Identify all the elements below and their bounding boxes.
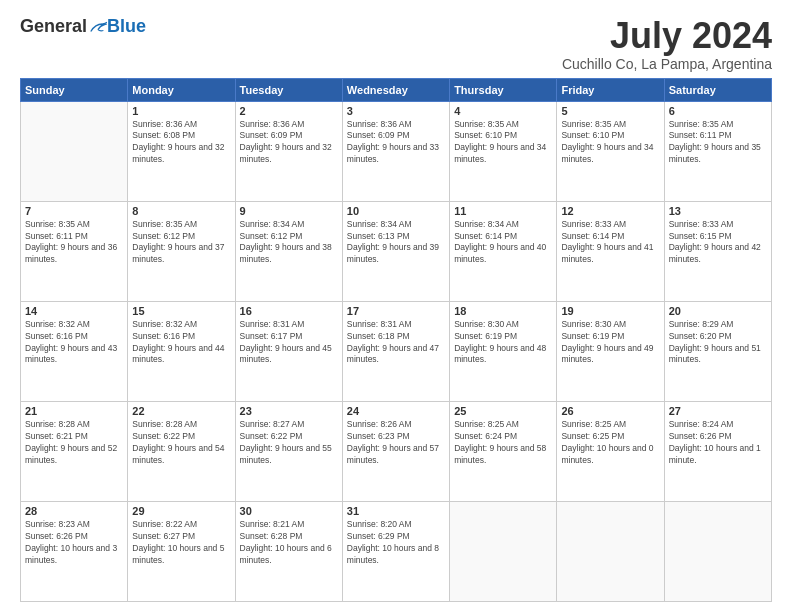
table-row: 30Sunrise: 8:21 AMSunset: 6:28 PMDayligh… [235,501,342,601]
day-info: Sunrise: 8:32 AMSunset: 6:16 PMDaylight:… [25,319,123,367]
table-row: 4Sunrise: 8:35 AMSunset: 6:10 PMDaylight… [450,101,557,201]
day-number: 18 [454,305,552,317]
day-info: Sunrise: 8:34 AMSunset: 6:12 PMDaylight:… [240,219,338,267]
table-row: 26Sunrise: 8:25 AMSunset: 6:25 PMDayligh… [557,401,664,501]
day-number: 8 [132,205,230,217]
day-number: 12 [561,205,659,217]
table-row: 29Sunrise: 8:22 AMSunset: 6:27 PMDayligh… [128,501,235,601]
day-info: Sunrise: 8:35 AMSunset: 6:11 PMDaylight:… [669,119,767,167]
day-number: 29 [132,505,230,517]
day-info: Sunrise: 8:20 AMSunset: 6:29 PMDaylight:… [347,519,445,567]
table-row: 21Sunrise: 8:28 AMSunset: 6:21 PMDayligh… [21,401,128,501]
table-row: 10Sunrise: 8:34 AMSunset: 6:13 PMDayligh… [342,201,449,301]
table-row: 6Sunrise: 8:35 AMSunset: 6:11 PMDaylight… [664,101,771,201]
table-row: 5Sunrise: 8:35 AMSunset: 6:10 PMDaylight… [557,101,664,201]
col-saturday: Saturday [664,78,771,101]
day-number: 17 [347,305,445,317]
table-row: 17Sunrise: 8:31 AMSunset: 6:18 PMDayligh… [342,301,449,401]
calendar-week-row: 14Sunrise: 8:32 AMSunset: 6:16 PMDayligh… [21,301,772,401]
calendar-week-row: 21Sunrise: 8:28 AMSunset: 6:21 PMDayligh… [21,401,772,501]
table-row: 28Sunrise: 8:23 AMSunset: 6:26 PMDayligh… [21,501,128,601]
page: General Blue July 2024 Cuchillo Co, La P… [0,0,792,612]
table-row: 8Sunrise: 8:35 AMSunset: 6:12 PMDaylight… [128,201,235,301]
day-info: Sunrise: 8:36 AMSunset: 6:09 PMDaylight:… [240,119,338,167]
col-monday: Monday [128,78,235,101]
table-row [21,101,128,201]
day-number: 6 [669,105,767,117]
calendar-week-row: 1Sunrise: 8:36 AMSunset: 6:08 PMDaylight… [21,101,772,201]
logo-general-text: General [20,16,87,37]
day-number: 10 [347,205,445,217]
day-number: 26 [561,405,659,417]
day-number: 30 [240,505,338,517]
col-friday: Friday [557,78,664,101]
table-row: 24Sunrise: 8:26 AMSunset: 6:23 PMDayligh… [342,401,449,501]
day-number: 24 [347,405,445,417]
col-thursday: Thursday [450,78,557,101]
table-row: 20Sunrise: 8:29 AMSunset: 6:20 PMDayligh… [664,301,771,401]
day-number: 25 [454,405,552,417]
location-title: Cuchillo Co, La Pampa, Argentina [562,56,772,72]
col-sunday: Sunday [21,78,128,101]
day-number: 20 [669,305,767,317]
day-info: Sunrise: 8:26 AMSunset: 6:23 PMDaylight:… [347,419,445,467]
day-info: Sunrise: 8:29 AMSunset: 6:20 PMDaylight:… [669,319,767,367]
table-row: 27Sunrise: 8:24 AMSunset: 6:26 PMDayligh… [664,401,771,501]
logo-blue-text: Blue [107,16,146,37]
day-info: Sunrise: 8:25 AMSunset: 6:25 PMDaylight:… [561,419,659,467]
day-number: 11 [454,205,552,217]
day-info: Sunrise: 8:25 AMSunset: 6:24 PMDaylight:… [454,419,552,467]
day-number: 13 [669,205,767,217]
day-info: Sunrise: 8:35 AMSunset: 6:10 PMDaylight:… [561,119,659,167]
day-info: Sunrise: 8:31 AMSunset: 6:17 PMDaylight:… [240,319,338,367]
day-number: 4 [454,105,552,117]
day-number: 14 [25,305,123,317]
day-info: Sunrise: 8:21 AMSunset: 6:28 PMDaylight:… [240,519,338,567]
day-number: 3 [347,105,445,117]
day-info: Sunrise: 8:28 AMSunset: 6:22 PMDaylight:… [132,419,230,467]
header: General Blue July 2024 Cuchillo Co, La P… [20,16,772,72]
day-info: Sunrise: 8:32 AMSunset: 6:16 PMDaylight:… [132,319,230,367]
day-number: 22 [132,405,230,417]
calendar-week-row: 28Sunrise: 8:23 AMSunset: 6:26 PMDayligh… [21,501,772,601]
calendar-week-row: 7Sunrise: 8:35 AMSunset: 6:11 PMDaylight… [21,201,772,301]
table-row: 11Sunrise: 8:34 AMSunset: 6:14 PMDayligh… [450,201,557,301]
day-number: 7 [25,205,123,217]
day-info: Sunrise: 8:28 AMSunset: 6:21 PMDaylight:… [25,419,123,467]
day-info: Sunrise: 8:31 AMSunset: 6:18 PMDaylight:… [347,319,445,367]
day-info: Sunrise: 8:30 AMSunset: 6:19 PMDaylight:… [561,319,659,367]
table-row: 14Sunrise: 8:32 AMSunset: 6:16 PMDayligh… [21,301,128,401]
table-row: 22Sunrise: 8:28 AMSunset: 6:22 PMDayligh… [128,401,235,501]
table-row: 9Sunrise: 8:34 AMSunset: 6:12 PMDaylight… [235,201,342,301]
day-info: Sunrise: 8:35 AMSunset: 6:12 PMDaylight:… [132,219,230,267]
day-number: 23 [240,405,338,417]
day-info: Sunrise: 8:27 AMSunset: 6:22 PMDaylight:… [240,419,338,467]
day-info: Sunrise: 8:33 AMSunset: 6:15 PMDaylight:… [669,219,767,267]
title-section: July 2024 Cuchillo Co, La Pampa, Argenti… [562,16,772,72]
table-row [557,501,664,601]
col-wednesday: Wednesday [342,78,449,101]
table-row: 3Sunrise: 8:36 AMSunset: 6:09 PMDaylight… [342,101,449,201]
day-info: Sunrise: 8:33 AMSunset: 6:14 PMDaylight:… [561,219,659,267]
day-info: Sunrise: 8:22 AMSunset: 6:27 PMDaylight:… [132,519,230,567]
table-row: 18Sunrise: 8:30 AMSunset: 6:19 PMDayligh… [450,301,557,401]
table-row: 19Sunrise: 8:30 AMSunset: 6:19 PMDayligh… [557,301,664,401]
table-row: 13Sunrise: 8:33 AMSunset: 6:15 PMDayligh… [664,201,771,301]
table-row: 31Sunrise: 8:20 AMSunset: 6:29 PMDayligh… [342,501,449,601]
day-number: 27 [669,405,767,417]
calendar-header-row: Sunday Monday Tuesday Wednesday Thursday… [21,78,772,101]
table-row: 23Sunrise: 8:27 AMSunset: 6:22 PMDayligh… [235,401,342,501]
day-number: 2 [240,105,338,117]
day-info: Sunrise: 8:36 AMSunset: 6:08 PMDaylight:… [132,119,230,167]
day-number: 1 [132,105,230,117]
day-number: 31 [347,505,445,517]
day-number: 16 [240,305,338,317]
day-info: Sunrise: 8:36 AMSunset: 6:09 PMDaylight:… [347,119,445,167]
col-tuesday: Tuesday [235,78,342,101]
table-row [664,501,771,601]
logo: General Blue [20,16,146,37]
day-info: Sunrise: 8:24 AMSunset: 6:26 PMDaylight:… [669,419,767,467]
day-number: 5 [561,105,659,117]
table-row: 16Sunrise: 8:31 AMSunset: 6:17 PMDayligh… [235,301,342,401]
logo-bird-icon [89,20,107,34]
